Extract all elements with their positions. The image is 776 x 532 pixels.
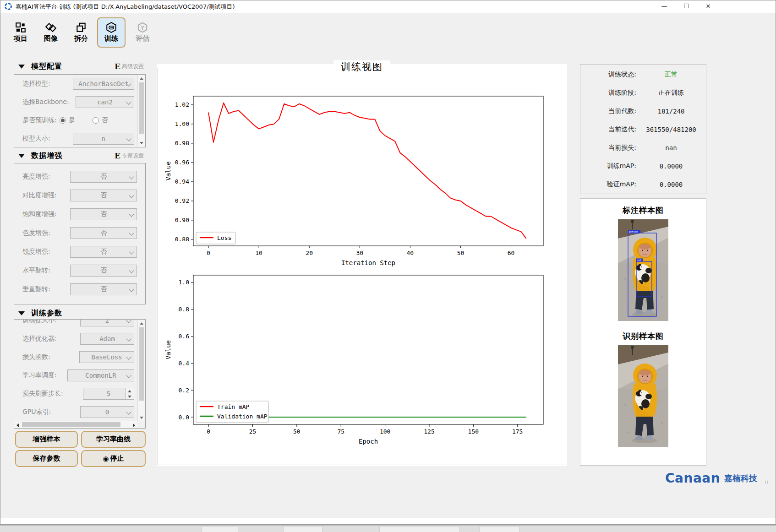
train-map-label: 训练mAP: (580, 162, 636, 170)
training-view-title: 训练视图 (333, 60, 390, 73)
scroll-down-icon[interactable] (138, 414, 145, 421)
collapse-triangle-icon[interactable] (18, 154, 25, 158)
loss-step-row: 损失刷新步长: 5 (14, 385, 145, 403)
val-map-label: 验证mAP: (580, 180, 636, 189)
scrollbar-thumb[interactable] (22, 422, 120, 427)
train-map-value: 0.0000 (636, 163, 706, 170)
brightness-value: 否 (100, 173, 107, 181)
model-select[interactable]: AnchorBaseDet (73, 78, 134, 90)
optimizer-row: 选择优化器: Adam (14, 330, 145, 348)
hexagon-chip-icon (105, 22, 117, 33)
svg-text:25: 25 (249, 428, 257, 435)
window-title: 嘉楠AI算法平台-训练 (测试项目 D:/X-AnyLabeling/datas… (16, 3, 235, 11)
aug-row: 对比度增强: 否 (14, 186, 145, 205)
svg-text:0.88: 0.88 (175, 236, 189, 243)
expert-settings-label: 专家设置 (122, 152, 144, 160)
stop-button[interactable]: ◉ 停止 (81, 450, 146, 467)
scroll-down-icon[interactable] (138, 140, 145, 147)
section-header-model-config: 模型配置 E 高级设置 (14, 60, 146, 72)
saturation-select[interactable]: 否 (70, 208, 137, 220)
model-config-scrollbar[interactable] (137, 75, 145, 147)
vflip-select[interactable]: 否 (70, 283, 137, 295)
model-size-label: 模型大小: (22, 135, 50, 143)
chevron-down-icon (126, 136, 131, 141)
main-toolbar: 项目 图像 拆分 训练 评估 (0, 14, 776, 51)
loss-fn-select[interactable]: BaseLoss (79, 351, 134, 363)
scroll-up-icon[interactable] (138, 75, 145, 82)
aug-row: 色度增强: 否 (14, 223, 145, 242)
toolbar-label-project: 项目 (7, 34, 34, 43)
toolbar-button-image[interactable]: 图像 (37, 17, 65, 48)
pretrain-radio-no[interactable]: 否 (93, 116, 108, 125)
pretrain-radio-yes[interactable]: 是 (60, 116, 75, 125)
backbone-select[interactable]: can2 (76, 96, 134, 108)
svg-text:40: 40 (407, 250, 414, 256)
model-size-value: n (102, 135, 105, 142)
maximize-button[interactable]: ☐ (676, 0, 696, 13)
toolbar-button-project[interactable]: 项目 (6, 17, 35, 48)
svg-text:Epoch: Epoch (359, 438, 378, 445)
toolbar-label-split: 拆分 (68, 34, 94, 43)
svg-text:0.98: 0.98 (175, 140, 189, 147)
svg-text:0.6: 0.6 (179, 333, 189, 340)
scroll-right-icon[interactable] (131, 422, 137, 428)
spinner-down-icon[interactable] (126, 394, 134, 399)
train-params-vscrollbar[interactable] (137, 320, 145, 421)
collapse-triangle-icon[interactable] (18, 65, 25, 69)
minimize-button[interactable]: — (654, 0, 674, 13)
hue-select[interactable]: 否 (70, 227, 137, 239)
recognized-sample-title: 识别样本图 (580, 331, 706, 342)
scrollbar-thumb[interactable] (139, 82, 144, 134)
aug-row: 水平翻转: 否 (14, 261, 145, 280)
backbone-select-label: 选择Backbone: (22, 98, 69, 106)
sharpness-select[interactable]: 否 (70, 246, 137, 258)
lr-schedule-select[interactable]: CommonLR (67, 369, 134, 381)
close-button[interactable]: ✕ (698, 0, 718, 13)
svg-text:50: 50 (457, 250, 465, 256)
sharpness-label: 锐度增强: (22, 248, 50, 256)
expert-settings-link[interactable]: E 专家设置 (115, 152, 144, 160)
pretrain-radio-row: 是否预训练: 是 否 (14, 111, 145, 130)
hflip-select[interactable]: 否 (70, 265, 137, 277)
scroll-up-icon[interactable] (138, 320, 145, 327)
scrollbar-thumb[interactable] (139, 327, 144, 401)
advanced-settings-link[interactable]: E 高级设置 (115, 63, 144, 71)
contrast-value: 否 (100, 191, 107, 200)
augment-sample-button[interactable]: 增强样本 (15, 431, 78, 448)
loss-fn-label: 损失函数: (22, 353, 50, 361)
advanced-settings-label: 高级设置 (122, 63, 144, 71)
spinner-up-icon[interactable] (126, 388, 134, 394)
chevron-down-icon (126, 336, 131, 341)
model-select-label: 选择模型: (22, 80, 50, 88)
hflip-value: 否 (100, 266, 107, 275)
loss-step-spinner[interactable]: 5 (83, 388, 134, 400)
diamonds-icon (45, 22, 57, 33)
collapse-triangle-icon[interactable] (18, 311, 25, 315)
stop-label: 停止 (110, 454, 124, 463)
svg-text:0.0: 0.0 (179, 414, 189, 421)
brightness-select[interactable]: 否 (70, 171, 137, 183)
pretrain-no-label: 否 (102, 116, 108, 125)
loss-fn-row: 损失函数: BaseLoss (14, 348, 145, 366)
toolbar-button-evaluate[interactable]: 评估 (128, 17, 157, 48)
svg-text:0.92: 0.92 (175, 197, 189, 204)
contrast-select[interactable]: 否 (70, 190, 137, 201)
toolbar-button-split[interactable]: 拆分 (67, 17, 95, 48)
svg-text:0.96: 0.96 (175, 159, 189, 166)
svg-text:30: 30 (356, 250, 363, 256)
toolbar-label-evaluate: 评估 (129, 34, 156, 43)
lr-curve-button[interactable]: 学习率曲线 (81, 431, 146, 448)
optimizer-select[interactable]: Adam (80, 333, 134, 345)
batch-size-select[interactable]: 2 (80, 319, 134, 326)
resize-grip-icon[interactable] (763, 479, 769, 484)
train-params-hscrollbar[interactable] (15, 421, 137, 428)
scroll-left-icon[interactable] (15, 422, 22, 428)
toolbar-button-train[interactable]: 训练 (97, 17, 126, 48)
gpu-index-select[interactable]: 0 (80, 406, 134, 418)
save-params-button[interactable]: 保存参数 (15, 450, 78, 467)
grid-icon (15, 22, 27, 33)
pretrain-label: 是否预训练: (22, 116, 57, 125)
model-size-select[interactable]: n (73, 133, 134, 145)
svg-text:0.8: 0.8 (179, 306, 189, 313)
brightness-label: 亮度增强: (22, 173, 50, 181)
